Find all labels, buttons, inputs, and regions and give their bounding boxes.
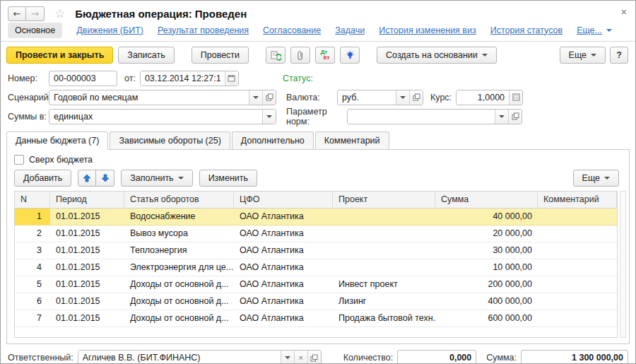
- over-budget-checkbox[interactable]: [14, 155, 24, 165]
- responsible-input[interactable]: [78, 351, 281, 364]
- toolbar-more-button[interactable]: Еще: [560, 47, 606, 64]
- create-based-on-button[interactable]: Создать на основании: [377, 47, 497, 64]
- post-button[interactable]: Провести: [192, 47, 249, 64]
- nav-link-posting-result[interactable]: Результат проведения: [158, 25, 249, 35]
- cell-item[interactable]: Доходы от основной д...: [124, 310, 234, 327]
- dropdown-arrow-icon[interactable]: [262, 110, 276, 124]
- cell-n[interactable]: 2: [15, 225, 50, 242]
- cell-comment[interactable]: [538, 293, 617, 310]
- close-icon[interactable]: ×: [621, 6, 627, 18]
- hint-button[interactable]: [340, 47, 360, 64]
- save-button[interactable]: Записать: [118, 47, 174, 64]
- post-and-close-button[interactable]: Провести и закрыть: [6, 47, 113, 64]
- cell-project[interactable]: Инвест проект: [333, 276, 435, 293]
- debit-credit-button[interactable]: ДтКт: [315, 47, 335, 64]
- col-header-sum[interactable]: Сумма: [435, 192, 538, 209]
- col-header-comment[interactable]: Комментарий: [538, 192, 617, 209]
- tab-additional[interactable]: Дополнительно: [232, 131, 314, 149]
- nav-link-tasks[interactable]: Задачи: [335, 25, 365, 35]
- col-header-n[interactable]: N: [15, 192, 50, 209]
- cell-period[interactable]: 01.01.2015: [50, 225, 124, 242]
- number-input[interactable]: [49, 71, 117, 86]
- back-button[interactable]: ←: [8, 6, 26, 21]
- cell-n[interactable]: 3: [15, 242, 50, 259]
- currency-input[interactable]: [338, 90, 396, 105]
- vertical-scrollbar[interactable]: [620, 191, 626, 338]
- cell-period[interactable]: 01.01.2015: [50, 276, 124, 293]
- posting-structure-button[interactable]: [266, 47, 285, 64]
- cell-sum[interactable]: 10 000,00: [435, 259, 538, 276]
- col-header-project[interactable]: Проект: [333, 192, 435, 209]
- rate-input[interactable]: [457, 90, 509, 105]
- move-up-button[interactable]: [78, 170, 96, 187]
- cell-comment[interactable]: [538, 276, 617, 293]
- tab-dependent-turnovers[interactable]: Зависимые обороты (25): [110, 131, 230, 149]
- cell-sum[interactable]: 20 000,00: [435, 225, 538, 242]
- dropdown-arrow-icon[interactable]: [495, 110, 508, 124]
- calculator-icon[interactable]: [509, 90, 522, 105]
- cell-cfo[interactable]: ОАО Атлантика: [234, 310, 333, 327]
- cell-project[interactable]: [333, 225, 435, 242]
- cell-item[interactable]: Доходы от основной д...: [124, 276, 234, 293]
- cell-sum[interactable]: 30 000,00: [435, 242, 538, 259]
- cell-project[interactable]: Лизинг: [333, 293, 435, 310]
- cell-cfo[interactable]: ОАО Атлантика: [234, 276, 333, 293]
- move-down-button[interactable]: [96, 170, 114, 187]
- cell-cfo[interactable]: ОАО Атлантика: [234, 259, 333, 276]
- open-icon[interactable]: [409, 90, 423, 105]
- attachments-button[interactable]: [290, 47, 310, 64]
- nav-link-visa-history[interactable]: История изменения виз: [379, 25, 476, 35]
- table-more-button[interactable]: Еще: [573, 170, 619, 187]
- cell-sum[interactable]: 600 000,00: [435, 310, 538, 327]
- cell-comment[interactable]: [538, 242, 617, 259]
- scenario-input[interactable]: [49, 90, 249, 105]
- cell-n[interactable]: 5: [15, 276, 50, 293]
- cell-cfo[interactable]: ОАО Атлантика: [234, 242, 333, 259]
- cell-item[interactable]: Водоснабжение: [124, 209, 234, 225]
- forward-button[interactable]: →: [26, 6, 45, 21]
- open-icon[interactable]: [307, 351, 321, 364]
- add-row-button[interactable]: Добавить: [14, 170, 71, 187]
- cell-item[interactable]: Электроэнергия для це...: [124, 259, 234, 276]
- tab-comment[interactable]: Комментарий: [315, 131, 389, 149]
- cell-comment[interactable]: [538, 225, 617, 242]
- favorite-star-icon[interactable]: ☆: [54, 6, 65, 20]
- dropdown-arrow-icon[interactable]: [281, 351, 294, 364]
- cell-period[interactable]: 01.01.2015: [50, 293, 124, 310]
- cell-n[interactable]: 7: [15, 310, 50, 327]
- nav-link-status-history[interactable]: История статусов: [490, 25, 563, 35]
- cell-project[interactable]: [333, 242, 435, 259]
- cell-sum[interactable]: 400 000,00: [435, 293, 538, 310]
- col-header-item[interactable]: Статья оборотов: [124, 192, 234, 209]
- nav-link-approval[interactable]: Согласование: [263, 25, 321, 35]
- col-header-period[interactable]: Период: [50, 192, 124, 209]
- edit-button[interactable]: Изменить: [199, 170, 257, 187]
- cell-sum[interactable]: 40 000,00: [435, 209, 538, 225]
- cell-period[interactable]: 01.01.2015: [50, 310, 124, 327]
- col-header-cfo[interactable]: ЦФО: [234, 192, 333, 209]
- cell-cfo[interactable]: ОАО Атлантика: [234, 293, 333, 310]
- fill-button[interactable]: Заполнить: [121, 170, 192, 187]
- cell-item[interactable]: Доходы от основной д...: [124, 293, 234, 310]
- cell-project[interactable]: [333, 209, 435, 225]
- cell-project[interactable]: [333, 259, 435, 276]
- clear-icon[interactable]: ×: [294, 351, 307, 364]
- calendar-icon[interactable]: [225, 71, 238, 86]
- cell-n[interactable]: 4: [15, 259, 50, 276]
- cell-period[interactable]: 01.01.2015: [50, 209, 124, 225]
- cell-project[interactable]: Продажа бытовой техн...: [333, 310, 435, 327]
- cell-sum[interactable]: 200 000,00: [435, 276, 538, 293]
- cell-comment[interactable]: [538, 310, 617, 327]
- dropdown-arrow-icon[interactable]: [249, 90, 262, 105]
- help-button[interactable]: ?: [610, 47, 628, 64]
- norm-param-input[interactable]: [348, 110, 495, 124]
- cell-comment[interactable]: [538, 209, 617, 225]
- nav-tab-main[interactable]: Основное: [8, 23, 62, 38]
- cell-cfo[interactable]: ОАО Атлантика: [234, 209, 333, 225]
- open-icon[interactable]: [262, 90, 276, 105]
- cell-period[interactable]: 01.01.2015: [50, 242, 124, 259]
- nav-more-link[interactable]: Еще...: [577, 25, 612, 35]
- cell-n[interactable]: 6: [15, 293, 50, 310]
- cell-comment[interactable]: [538, 259, 617, 276]
- cell-period[interactable]: 01.01.2015: [50, 259, 124, 276]
